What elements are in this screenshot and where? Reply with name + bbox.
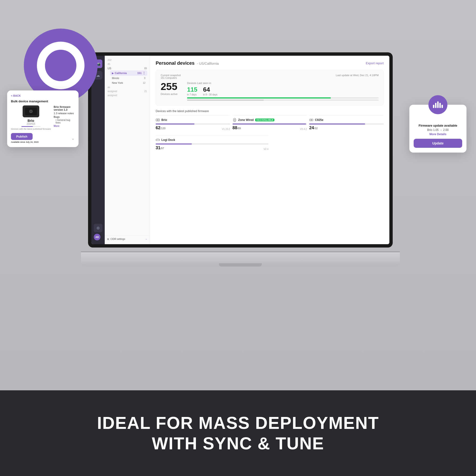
progress-bar-2 — [187, 100, 379, 101]
main-background: 📷 ☁ ⚙ AB 202 45 US 89 — [0, 0, 476, 390]
fw-bar-2 — [435, 103, 437, 108]
progress-bar-1 — [187, 97, 379, 99]
c925e-nums: 24/32 — [309, 125, 384, 130]
expand-icon[interactable]: ⌄ — [71, 136, 75, 141]
stat-row: 115 in 7 days 64 in 8 - 30 days — [187, 86, 379, 96]
fw-update-subtitle: Brio 1.05 → 2.00 — [414, 128, 462, 132]
snapshot-section: Current snapshot 151 Computers Last upda… — [156, 70, 384, 106]
snapshot-label: Current snapshot — [161, 74, 181, 77]
firmware-row2: Logi Dock 31/97 V2.4 — [156, 135, 384, 153]
webcam-image — [23, 105, 39, 117]
bottom-bar: IDEAL FOR MASS DEPLOYMENT WITH SYNC & TU… — [0, 390, 476, 476]
bulk-footer-left: Publish Available since July 24, 2020 — [11, 133, 38, 143]
export-report-link[interactable]: Export report — [366, 61, 384, 65]
fw-icon-circle — [428, 95, 447, 114]
nav-sub: ▶ California 151 ⋮ Illinois 8 — [107, 70, 147, 85]
fw-bar-1 — [433, 105, 434, 108]
stat-7days-num: 115 — [187, 86, 197, 93]
logo-inner-ring — [37, 42, 85, 89]
firmware-item-zone-wired: Zone Wired V3.5 AVAILABLE 88/89 V3.4.2 — [233, 115, 307, 133]
page-title-area: Personal devices - US/California — [156, 60, 219, 66]
progress-fill-2 — [187, 100, 264, 101]
nav-item-us[interactable]: US 89 — [107, 66, 147, 70]
fw-more-details-link[interactable]: More Details — [414, 133, 462, 136]
snapshot-body: 255 Devices active Devices Last seen in … — [161, 82, 379, 102]
firmware-title: Devices with the latest published firmwa… — [156, 109, 384, 113]
user-avatar[interactable]: AB — [94, 234, 101, 240]
bulk-firmware-title: Brio firmware version 1.3 — [54, 105, 75, 111]
bulk-card-body: Brio 233/415 Devices with the latest pub… — [11, 105, 75, 130]
progress-fill-1 — [187, 97, 331, 99]
sidebar-bottom: ⚙ AB — [94, 222, 102, 242]
bulk-more-link[interactable]: More — [54, 125, 75, 127]
laptop-notch — [219, 263, 262, 267]
bulk-device-info-left: Brio 233/415 Devices with the latest pub… — [11, 105, 51, 130]
bulk-progress-desc: Devices with the latest published firmwa… — [11, 128, 51, 130]
logi-dock-nums: 31/97 V2.4 — [156, 145, 269, 151]
firmware-item-zone-wired-header: Zone Wired V3.5 AVAILABLE — [233, 118, 307, 122]
c925e-icon — [309, 118, 313, 122]
logi-dock-name: Logi Dock — [161, 138, 175, 142]
snapshot-label-area: Current snapshot 151 Computers — [161, 74, 181, 79]
firmware-update-card: Firmware update available Brio 1.05 → 2.… — [409, 105, 466, 153]
cidr-settings[interactable]: ⊞ CIDR settings → — [105, 236, 150, 242]
stat-30days-desc: in 8 - 30 days — [203, 93, 217, 96]
available-since: Available since July 24, 2020 — [11, 141, 38, 143]
laptop-base — [81, 252, 400, 267]
bulk-device-stat: 233/415 — [27, 122, 35, 125]
svg-point-3 — [311, 119, 312, 120]
firmware-item-c925e-header: C925e — [309, 118, 384, 122]
devices-last-seen-label: Devices Last seen in — [187, 82, 379, 85]
zone-wired-icon — [233, 118, 237, 122]
firmware-item-logi-dock: Logi Dock 31/97 V2.4 — [156, 135, 269, 153]
nav-item-illinois[interactable]: Illinois 8 — [110, 76, 147, 81]
firmware-section: Devices with the latest published firmwa… — [156, 109, 384, 153]
page-header: Personal devices - US/California Export … — [156, 60, 384, 66]
cidr-icon: ⊞ — [107, 238, 109, 240]
nav-item-202: 202 — [107, 58, 147, 62]
left-nav: 202 45 US 89 ▶ California — [105, 56, 150, 244]
bulk-version: 1.3 release notes — [54, 112, 75, 115]
stat-30days: 64 in 8 - 30 days — [203, 86, 217, 96]
fw-sound-bars — [433, 102, 443, 108]
main-content-area: Personal devices - US/California Export … — [150, 56, 389, 244]
bottom-text-line2: WITH SYNC & TUNE — [152, 433, 324, 454]
left-nav-header: 202 45 US 89 ▶ California — [105, 56, 150, 97]
laptop: 📷 ☁ ⚙ AB 202 45 US 89 — [81, 52, 400, 267]
update-button[interactable]: Update — [414, 139, 462, 148]
bulk-note-item: General bug fixes — [54, 119, 75, 124]
last-update: Last update at Wed, Dec 21, 4:18PM — [336, 74, 379, 77]
brio-nums: 62/120 V1.23.2 — [156, 125, 230, 130]
computers-count: 151 Computers — [161, 77, 181, 79]
logo-dot — [52, 57, 69, 74]
nav-item-california[interactable]: ▶ California 151 ⋮ — [110, 70, 147, 76]
stat-30days-num: 64 — [203, 86, 210, 93]
sidebar-icon-settings[interactable]: ⚙ — [94, 224, 102, 232]
nav-item-assigned2: assigned — [107, 93, 147, 97]
nav-item-as: as — [107, 85, 147, 89]
svg-rect-0 — [156, 119, 160, 121]
stat-7days-desc: in 7 days — [187, 93, 197, 96]
nav-item-unassigned1: assigned21 — [107, 89, 147, 93]
fw-bar-5 — [442, 105, 443, 108]
brio-icon — [156, 118, 160, 122]
nav-item-45: 45 — [107, 62, 147, 66]
publish-button[interactable]: Publish — [11, 133, 33, 140]
devices-active-number: 255 — [161, 82, 178, 92]
nav-item-newyork[interactable]: New York 12 — [110, 81, 147, 85]
c925e-name: C925e — [315, 118, 323, 122]
firmware-item-c925e: C925e 24/32 — [309, 115, 384, 133]
stat-7days: 115 in 7 days — [187, 86, 197, 96]
fw-update-title: Firmware update available — [414, 124, 462, 127]
fw-bar-3 — [437, 102, 439, 108]
zone-wired-nums: 88/89 V3.4.2 — [233, 125, 307, 130]
c925e-bar-fill — [309, 123, 365, 124]
logi-dock-bar — [156, 143, 269, 144]
bulk-back-button[interactable]: < BACK — [11, 94, 75, 97]
bulk-device-name: Brio — [28, 119, 34, 122]
bulk-card-footer: Publish Available since July 24, 2020 ⌄ — [11, 133, 75, 143]
laptop-screen-outer: 📷 ☁ ⚙ AB 202 45 US 89 — [88, 52, 393, 248]
zone-wired-bar — [233, 123, 307, 124]
svg-rect-2 — [310, 119, 313, 121]
bulk-device-card: < BACK Bulk device management Brio 233/4… — [7, 90, 79, 147]
